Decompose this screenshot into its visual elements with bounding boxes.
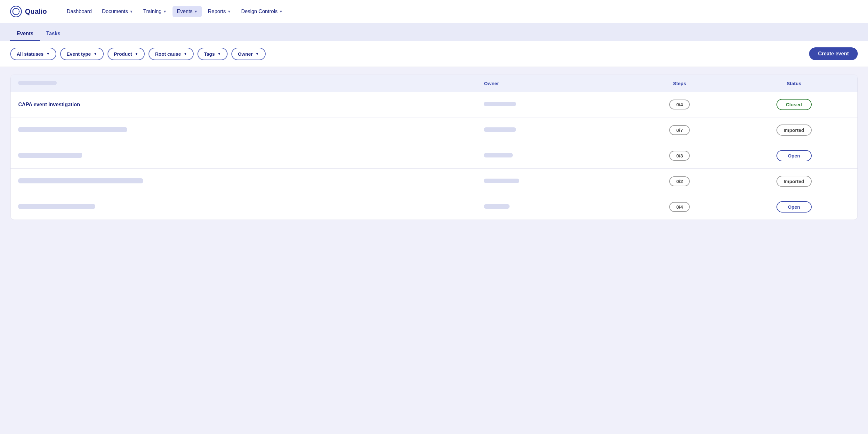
- event-status-cell: Imported: [731, 169, 858, 194]
- nav-label-dashboard: Dashboard: [67, 9, 92, 14]
- sub-nav: Events Tasks: [0, 23, 868, 41]
- filter-tags-label: Tags: [204, 51, 215, 57]
- events-chevron-icon: ▼: [194, 9, 198, 13]
- nav-item-events[interactable]: Events ▼: [173, 6, 202, 17]
- table-row[interactable]: 0/4 Open: [10, 194, 858, 220]
- nav-label-documents: Documents: [102, 9, 128, 14]
- owner-skeleton: [484, 153, 513, 157]
- event-steps-cell: 0/3: [629, 143, 731, 169]
- event-status-cell: Open: [731, 143, 858, 169]
- event-title-skeleton: [18, 153, 82, 158]
- col-header-steps: Steps: [629, 75, 731, 92]
- root-cause-chevron-icon: ▼: [183, 52, 187, 56]
- col-header-owner: Owner: [476, 75, 629, 92]
- tab-events[interactable]: Events: [10, 26, 40, 41]
- event-title: CAPA event investigation: [18, 102, 80, 107]
- nav-label-reports: Reports: [208, 9, 226, 14]
- events-table: Owner Steps Status CAPA event investigat…: [10, 75, 858, 220]
- owner-skeleton: [484, 179, 519, 183]
- event-steps-cell: 0/4: [629, 92, 731, 118]
- nav-label-design-controls: Design Controls: [241, 9, 278, 14]
- table-row[interactable]: 0/3 Open: [10, 143, 858, 169]
- filter-product-label: Product: [114, 51, 132, 57]
- status-badge: Closed: [776, 99, 812, 110]
- event-steps-cell: 0/4: [629, 194, 731, 220]
- filter-event-type[interactable]: Event type ▼: [60, 48, 104, 60]
- navbar: Qualio Dashboard Documents ▼ Training ▼ …: [0, 0, 868, 23]
- owner-skeleton: [484, 204, 509, 209]
- event-owner-cell: [476, 92, 629, 118]
- nav-item-training[interactable]: Training ▼: [139, 6, 171, 17]
- col-header-status: Status: [731, 75, 858, 92]
- col-header-name: [10, 75, 476, 92]
- header-name-skeleton: [18, 81, 57, 85]
- status-badge: Imported: [776, 176, 812, 187]
- event-steps-cell: 0/2: [629, 169, 731, 194]
- status-badge: Open: [776, 201, 812, 213]
- event-status-cell: Imported: [731, 118, 858, 143]
- nav-item-design-controls[interactable]: Design Controls ▼: [237, 6, 287, 17]
- event-name-cell: [10, 169, 476, 194]
- nav-links: Dashboard Documents ▼ Training ▼ Events …: [62, 6, 858, 17]
- qualio-logo-icon: [10, 6, 22, 17]
- filter-product[interactable]: Product ▼: [107, 48, 145, 60]
- reports-chevron-icon: ▼: [227, 9, 231, 13]
- event-owner-cell: [476, 169, 629, 194]
- filter-event-type-label: Event type: [67, 51, 91, 57]
- event-name-cell: CAPA event investigation: [10, 92, 476, 118]
- owner-skeleton: [484, 127, 516, 132]
- filter-all-statuses[interactable]: All statuses ▼: [10, 48, 56, 60]
- filter-all-statuses-label: All statuses: [17, 51, 43, 57]
- documents-chevron-icon: ▼: [130, 9, 133, 13]
- steps-badge: 0/4: [669, 99, 690, 110]
- design-controls-chevron-icon: ▼: [279, 9, 283, 13]
- event-owner-cell: [476, 118, 629, 143]
- table-row[interactable]: 0/2 Imported: [10, 169, 858, 194]
- create-event-button[interactable]: Create event: [809, 48, 858, 60]
- tab-tasks[interactable]: Tasks: [40, 26, 67, 41]
- table-row[interactable]: CAPA event investigation 0/4 Closed: [10, 92, 858, 118]
- owner-chevron-icon: ▼: [255, 52, 259, 56]
- filters-bar: All statuses ▼ Event type ▼ Product ▼ Ro…: [0, 41, 868, 67]
- table-header-row: Owner Steps Status: [10, 75, 858, 92]
- table-row[interactable]: 0/7 Imported: [10, 118, 858, 143]
- all-statuses-chevron-icon: ▼: [46, 52, 50, 56]
- filter-root-cause-label: Root cause: [155, 51, 181, 57]
- training-chevron-icon: ▼: [163, 9, 167, 13]
- filter-owner[interactable]: Owner ▼: [231, 48, 266, 60]
- event-status-cell: Open: [731, 194, 858, 220]
- brand-logo[interactable]: Qualio: [10, 6, 47, 17]
- event-owner-cell: [476, 194, 629, 220]
- nav-item-dashboard[interactable]: Dashboard: [62, 6, 96, 17]
- status-badge: Imported: [776, 124, 812, 136]
- event-title-skeleton: [18, 204, 95, 209]
- product-chevron-icon: ▼: [135, 52, 138, 56]
- event-name-cell: [10, 118, 476, 143]
- events-table-container: Owner Steps Status CAPA event investigat…: [10, 74, 858, 220]
- event-title-skeleton: [18, 127, 127, 132]
- filter-owner-label: Owner: [238, 51, 253, 57]
- event-owner-cell: [476, 143, 629, 169]
- nav-item-reports[interactable]: Reports ▼: [203, 6, 235, 17]
- nav-label-events: Events: [177, 9, 193, 14]
- tags-chevron-icon: ▼: [217, 52, 221, 56]
- event-type-chevron-icon: ▼: [93, 52, 97, 56]
- event-title-skeleton: [18, 178, 143, 183]
- steps-badge: 0/3: [669, 151, 690, 161]
- steps-badge: 0/2: [669, 176, 690, 186]
- nav-label-training: Training: [144, 9, 162, 14]
- nav-item-documents[interactable]: Documents ▼: [98, 6, 137, 17]
- svg-point-0: [10, 6, 22, 17]
- event-status-cell: Closed: [731, 92, 858, 118]
- filter-tags[interactable]: Tags ▼: [197, 48, 227, 60]
- steps-badge: 0/7: [669, 125, 690, 135]
- event-name-cell: [10, 194, 476, 220]
- brand-name: Qualio: [25, 7, 47, 16]
- event-name-cell: [10, 143, 476, 169]
- filter-root-cause[interactable]: Root cause ▼: [149, 48, 194, 60]
- steps-badge: 0/4: [669, 202, 690, 212]
- event-steps-cell: 0/7: [629, 118, 731, 143]
- status-badge: Open: [776, 150, 812, 161]
- owner-skeleton: [484, 102, 516, 106]
